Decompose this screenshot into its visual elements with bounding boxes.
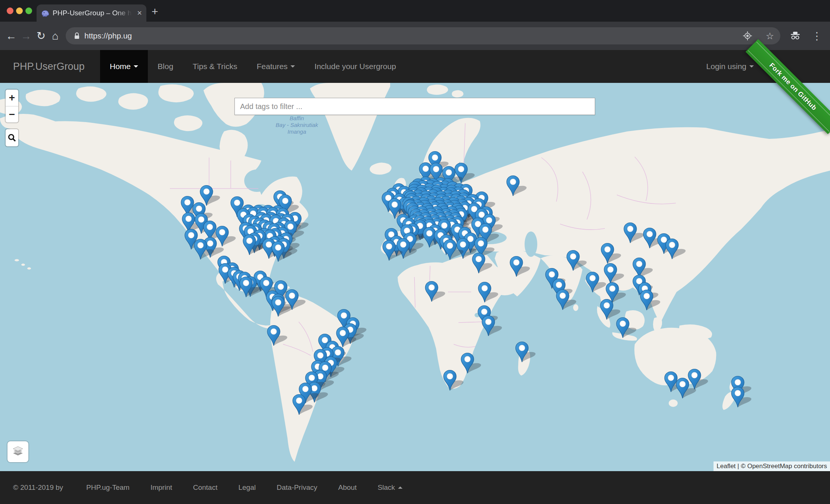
footer-link-legal[interactable]: Legal [238, 483, 256, 492]
window-zoom-button[interactable] [25, 7, 32, 14]
map-marker[interactable] [271, 296, 307, 319]
footer-link-contact[interactable]: Contact [193, 483, 217, 492]
footer-link-team[interactable]: PHP.ug-Team [86, 483, 130, 492]
nav-items: Home Blog Tips & Tricks Features Include… [100, 50, 406, 83]
leaflet-link[interactable]: Leaflet [716, 463, 736, 470]
footer-link-imprint[interactable]: Imprint [150, 483, 172, 492]
browser-window: PHP-UserGroup – One home fo × + ← → ↻ ⌂ … [0, 0, 830, 504]
map-marker[interactable] [292, 394, 328, 417]
browser-tab[interactable]: PHP-UserGroup – One home fo × [37, 4, 146, 22]
lock-icon [74, 32, 80, 40]
map-attribution: Leaflet | © OpenStreetMap contributors [714, 461, 830, 471]
map-marker[interactable] [472, 252, 507, 276]
tag-filter-input[interactable] [234, 98, 595, 115]
map-marker[interactable] [425, 281, 460, 304]
map-marker[interactable] [509, 256, 545, 279]
url-text: https://php.ug [84, 31, 132, 40]
forward-icon[interactable]: → [19, 28, 34, 43]
osm-link[interactable]: OpenStreetMap contributors [747, 463, 827, 470]
site-footer: © 2011-2019 by PHP.ug-Team Imprint Conta… [0, 471, 830, 504]
nav-item-blog[interactable]: Blog [148, 50, 183, 83]
nav-item-home[interactable]: Home [100, 50, 148, 83]
kebab-menu-icon[interactable]: ⋮ [811, 30, 823, 42]
zoom-control: + − [6, 90, 18, 122]
chevron-down-icon [134, 65, 138, 68]
window-minimize-button[interactable] [16, 7, 23, 14]
login-using-menu[interactable]: Login using [706, 50, 754, 83]
map-marker[interactable] [616, 317, 652, 340]
marker-layer [0, 83, 830, 471]
layers-icon [12, 446, 24, 458]
map-marker[interactable] [481, 315, 517, 338]
map-marker[interactable] [382, 240, 418, 263]
location-target-icon[interactable] [742, 30, 753, 42]
tab-close-icon[interactable]: × [137, 9, 142, 17]
chevron-down-icon [749, 65, 754, 68]
reload-icon[interactable]: ↻ [34, 28, 49, 43]
copyright-text: © 2011-2019 by [13, 483, 63, 492]
map-marker[interactable] [443, 370, 479, 393]
browser-toolbar: ← → ↻ ⌂ https://php.ug ☆ ⋮ [0, 22, 830, 50]
bookmark-star-icon[interactable]: ☆ [764, 30, 776, 42]
zoom-in-button[interactable]: + [6, 90, 18, 106]
favicon-elephant-icon [41, 9, 49, 17]
map-marker[interactable] [271, 241, 307, 264]
layers-control[interactable] [7, 441, 28, 462]
map-marker[interactable] [675, 377, 711, 401]
tab-title: PHP-UserGroup – One home fo [53, 9, 134, 17]
search-icon [7, 133, 16, 142]
incognito-icon[interactable] [789, 30, 801, 42]
map-search-button[interactable] [6, 129, 18, 146]
window-close-button[interactable] [7, 7, 13, 14]
leaflet-map[interactable]: Baffin Bay - Saknirutiak Imanga + − Leaf… [0, 83, 830, 471]
nav-item-features[interactable]: Features [247, 50, 305, 83]
map-marker[interactable] [600, 243, 636, 266]
nav-item-tips-tricks[interactable]: Tips & Tricks [183, 50, 247, 83]
map-marker[interactable] [506, 175, 542, 198]
brand-logo[interactable]: PHP.UserGroup [13, 50, 85, 83]
home-icon[interactable]: ⌂ [48, 28, 63, 43]
footer-link-slack[interactable]: Slack [377, 483, 402, 492]
nav-item-include-usergroup[interactable]: Include your Usergroup [305, 50, 405, 83]
back-icon[interactable]: ← [4, 28, 19, 43]
new-tab-button[interactable]: + [152, 6, 158, 17]
chevron-up-icon [398, 486, 402, 489]
map-marker[interactable] [267, 325, 302, 348]
map-marker[interactable] [731, 386, 767, 410]
footer-link-data-privacy[interactable]: Data-Privacy [277, 483, 317, 492]
map-marker[interactable] [556, 289, 591, 312]
site-navbar: PHP.UserGroup Home Blog Tips & Tricks Fe… [0, 50, 830, 83]
chevron-down-icon [290, 65, 295, 68]
map-marker[interactable] [478, 281, 513, 305]
map-marker[interactable] [515, 341, 551, 364]
tab-strip: PHP-UserGroup – One home fo × + [0, 0, 830, 22]
footer-link-about[interactable]: About [338, 483, 357, 492]
zoom-out-button[interactable]: − [6, 106, 18, 122]
address-bar[interactable]: https://php.ug [66, 27, 780, 44]
map-marker[interactable] [665, 238, 701, 261]
map-marker[interactable] [640, 289, 675, 312]
